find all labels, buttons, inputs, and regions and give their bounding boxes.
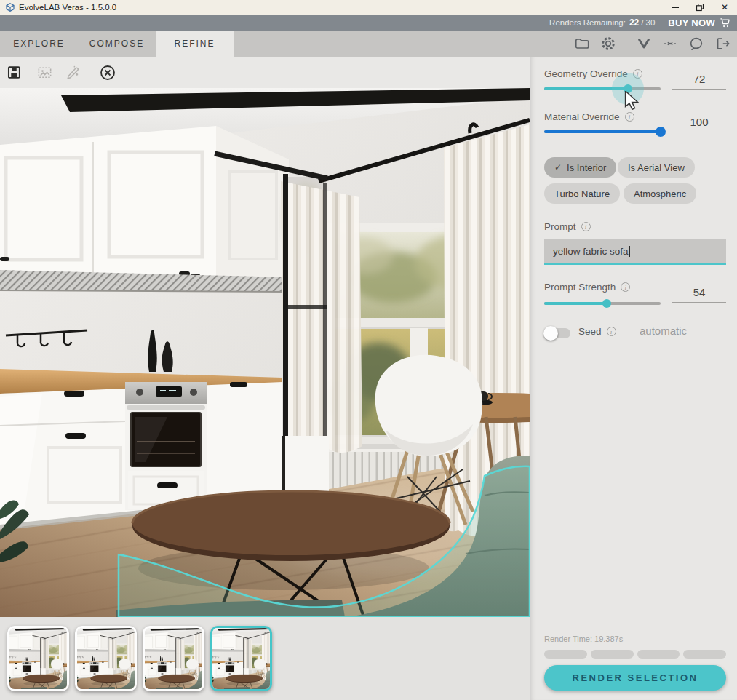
check-icon: ✓: [554, 162, 562, 172]
seed-toggle-knob[interactable]: [543, 326, 558, 341]
material-override-label: Material Override i: [544, 111, 634, 122]
open-folder-button[interactable]: [573, 35, 591, 52]
apply-style-image-button[interactable]: [35, 63, 54, 82]
render-progress-segments: [544, 650, 726, 659]
geometry-override-slider[interactable]: [544, 87, 661, 90]
cart-icon: [720, 17, 732, 29]
close-button[interactable]: ✕: [712, 0, 737, 15]
info-icon: i: [625, 112, 634, 122]
toolbar-divider: [92, 64, 92, 81]
thumbnail-4-selected[interactable]: [210, 626, 272, 691]
prompt-strength-label: Prompt Strength i: [544, 282, 630, 293]
save-button[interactable]: [4, 63, 23, 82]
refine-toolbar: [0, 57, 530, 88]
prompt-label: Prompt i: [544, 221, 591, 232]
prompt-strength-value[interactable]: 54: [672, 286, 726, 303]
info-icon: i: [621, 282, 630, 292]
buy-now-label: BUY NOW: [668, 17, 715, 28]
progress-segment: [544, 650, 587, 659]
render-selection-button[interactable]: RENDER SELECTION: [544, 665, 726, 691]
style-brush-button[interactable]: [63, 63, 81, 82]
renders-remaining-label: Renders Remaining:: [549, 18, 626, 27]
save-icon: [6, 64, 23, 81]
logout-button[interactable]: [714, 35, 731, 52]
refine-settings-panel: Geometry Override i 72 Material Override…: [530, 57, 737, 700]
info-icon: i: [581, 222, 591, 231]
chip-is-interior[interactable]: ✓ Is Interior: [544, 157, 616, 178]
prompt-input[interactable]: yellow fabric sofa: [544, 239, 726, 265]
settings-gear-icon: [600, 36, 616, 52]
sync-icon: [663, 36, 677, 51]
veras-check-icon: [636, 36, 652, 52]
thumbnail-1[interactable]: [7, 626, 69, 691]
clear-selection-button[interactable]: [98, 63, 117, 82]
material-override-value[interactable]: 100: [672, 116, 726, 132]
veras-check-button[interactable]: [635, 35, 653, 52]
tab-explore[interactable]: EXPLORE: [0, 31, 78, 57]
title-bar: EvolveLAB Veras - 1.5.0.0 ✕: [0, 0, 737, 15]
seed-value[interactable]: automatic: [615, 325, 712, 341]
material-slider-thumb[interactable]: [656, 127, 666, 137]
renders-total: 30: [646, 18, 656, 27]
app-title: EvolveLAB Veras - 1.5.0.0: [19, 3, 116, 12]
thumbnail-2[interactable]: [75, 626, 137, 691]
geometry-override-value[interactable]: 72: [672, 73, 726, 90]
text-caret: [629, 246, 631, 257]
chip-is-aerial-view[interactable]: Is Aerial View: [618, 157, 695, 178]
style-brush-icon: [64, 64, 81, 81]
thumbnail-3[interactable]: [143, 626, 204, 691]
progress-segment: [637, 650, 680, 659]
renders-used: 22: [629, 17, 639, 28]
chip-atmospheric[interactable]: Atmospheric: [624, 183, 696, 204]
maximize-icon: [696, 3, 704, 12]
progress-segment: [591, 650, 634, 659]
seed-label: Seed i: [578, 326, 616, 337]
veras-logo-icon: [6, 3, 15, 12]
minimize-button[interactable]: [663, 0, 688, 15]
buy-now-button[interactable]: BUY NOW: [668, 17, 732, 29]
image-style-icon: [36, 64, 53, 81]
chip-turbo-nature[interactable]: Turbo Nature: [544, 183, 620, 204]
settings-button[interactable]: [599, 35, 617, 52]
tab-compose[interactable]: COMPOSE: [78, 31, 156, 57]
sync-button[interactable]: [661, 35, 679, 52]
tab-refine[interactable]: REFINE: [156, 31, 234, 57]
clear-selection-icon: [99, 64, 116, 81]
license-bar: Renders Remaining: 22 / 30 BUY NOW: [0, 15, 737, 31]
maximize-button[interactable]: [688, 0, 712, 15]
prompt-strength-thumb[interactable]: [602, 299, 611, 308]
chat-icon: [688, 36, 704, 52]
render-time-text: Render Time: 19.387s: [544, 635, 623, 643]
seed-toggle[interactable]: [546, 328, 570, 338]
logout-icon: [714, 36, 730, 52]
renders-separator: /: [641, 18, 643, 27]
close-icon: ✕: [721, 3, 728, 12]
tab-strip: EXPLORE COMPOSE REFINE: [0, 31, 737, 57]
folder-icon: [574, 36, 590, 52]
chat-button[interactable]: [688, 35, 705, 52]
minimize-icon: [672, 7, 679, 8]
material-override-slider[interactable]: [544, 130, 661, 133]
icon-divider: [626, 35, 626, 52]
veras-app-window: EvolveLAB Veras - 1.5.0.0 ✕ Renders Rema…: [0, 0, 737, 700]
prompt-strength-slider[interactable]: [544, 302, 661, 305]
render-viewport[interactable]: [0, 88, 530, 617]
progress-segment: [683, 650, 726, 659]
geometry-slider-thumb[interactable]: [624, 84, 632, 93]
